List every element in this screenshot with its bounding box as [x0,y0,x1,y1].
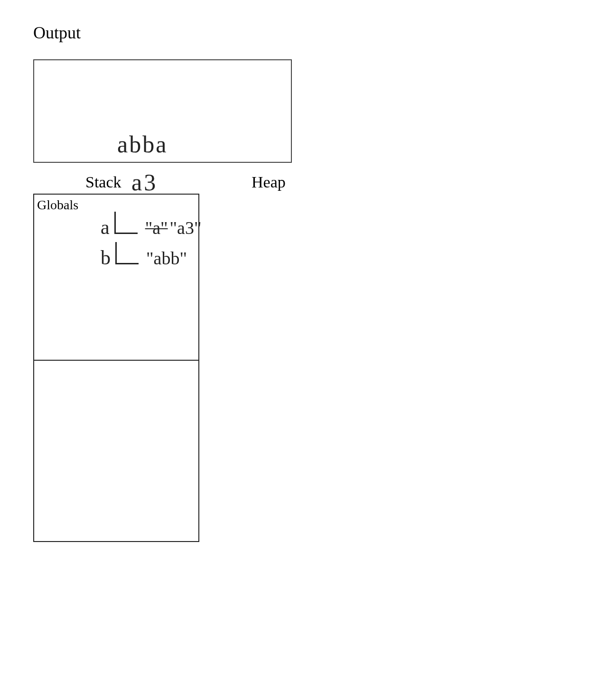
variable-b-value: "abb" [146,248,187,269]
variable-a-new-value: "a3" [170,217,202,238]
variable-b-box-icon [115,242,139,264]
heap-column-label: Heap [252,173,286,191]
output-line-2: a3 [131,168,158,196]
globals-frame-label: Globals [37,197,78,213]
stack-frame-globals: Globals a "a" "a3" b "abb" [34,195,198,361]
variable-b-name: b [101,246,111,269]
variable-a-old-value: "a" [145,217,168,238]
variable-a-row: a "a" "a3" [101,212,201,239]
stack-box: Globals a "a" "a3" b "abb" [33,194,199,542]
stack-frame-empty [34,361,198,541]
output-section-title: Output [33,23,81,43]
page: Output abba a3 Stack Heap Globals a "a" … [0,0,616,673]
variable-a-values: "a" "a3" [145,217,202,238]
variable-b-row: b "abb" [101,242,187,269]
variable-a-box-icon [114,212,138,234]
stack-column-label: Stack [85,173,121,191]
output-box: abba a3 [33,59,292,163]
variable-a-name: a [101,216,110,239]
output-line-1: abba [117,131,168,158]
